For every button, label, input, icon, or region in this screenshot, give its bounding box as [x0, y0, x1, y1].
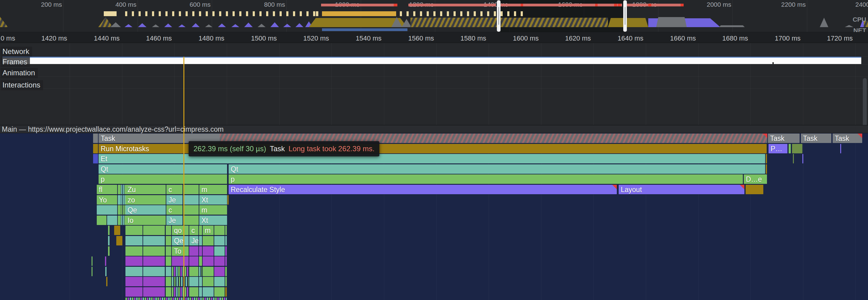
flame-bar[interactable]	[125, 246, 143, 256]
flame-bar[interactable]	[166, 277, 171, 286]
flame-bar-c[interactable]: c	[166, 205, 183, 214]
flame-bar-p-[interactable]: P…	[769, 144, 787, 153]
flame-bar[interactable]	[225, 257, 227, 266]
flame-bar-c[interactable]: c	[189, 226, 198, 235]
flame-bar[interactable]	[105, 257, 106, 266]
track-label-frames[interactable]: Frames	[1, 57, 30, 67]
flame-bar[interactable]	[183, 185, 199, 194]
flame-bar[interactable]	[123, 205, 124, 214]
flame-bar-m[interactable]: m	[203, 226, 214, 235]
flame-bar[interactable]	[143, 246, 165, 256]
main-thread-flame-chart[interactable]: TaskTaskTaskTaskRun MicrotasksP…EtQtQtpp…	[0, 133, 868, 300]
flame-bar[interactable]	[227, 195, 228, 205]
flame-bar-task[interactable]: Task	[801, 134, 831, 143]
flame-bar[interactable]	[183, 195, 199, 205]
vertical-scrollbar-thumb[interactable]	[863, 78, 867, 125]
flame-bar-xt[interactable]: Xt	[199, 215, 227, 225]
flame-bar-yo[interactable]: Yo	[97, 195, 117, 205]
flame-bar[interactable]	[166, 226, 171, 235]
flame-bar[interactable]	[93, 144, 98, 153]
flame-bar[interactable]	[199, 226, 202, 235]
flame-bar-qt[interactable]: Qt	[99, 164, 227, 174]
flame-bar[interactable]	[166, 257, 171, 266]
flame-bar-task[interactable]: Task	[833, 134, 862, 143]
flame-bar[interactable]	[183, 205, 199, 214]
flame-bar[interactable]	[789, 144, 791, 153]
flame-bar[interactable]	[143, 236, 165, 245]
flame-bar[interactable]	[105, 267, 106, 276]
track-label-network[interactable]: Network	[1, 47, 32, 57]
flame-bar[interactable]	[143, 257, 165, 266]
flame-bar-xt[interactable]: Xt	[199, 195, 227, 205]
flame-bar[interactable]	[183, 215, 199, 225]
flame-bar[interactable]	[172, 287, 189, 297]
flame-bar-fl[interactable]: fl	[97, 185, 117, 194]
flame-bar-zu[interactable]: Zu	[125, 185, 166, 194]
flame-bar-je[interactable]: Je	[166, 195, 183, 205]
flame-bar[interactable]	[172, 267, 189, 276]
flame-bar[interactable]	[172, 277, 189, 286]
flame-bar[interactable]	[214, 257, 225, 266]
flame-bar[interactable]	[97, 205, 117, 214]
flame-bar[interactable]	[125, 287, 143, 297]
flame-bar[interactable]	[107, 215, 117, 225]
flame-bar[interactable]	[189, 246, 198, 256]
flame-bar[interactable]	[203, 287, 214, 297]
flame-bar[interactable]	[125, 277, 143, 286]
flame-bar[interactable]	[166, 236, 171, 245]
flame-bar-p[interactable]: p	[228, 174, 743, 184]
flame-bar-qt[interactable]: Qt	[228, 164, 765, 174]
flame-bar[interactable]	[203, 236, 214, 245]
flame-bar-p[interactable]: p	[99, 174, 227, 184]
flame-bar[interactable]	[116, 236, 122, 245]
flame-bar[interactable]	[118, 195, 121, 205]
flame-bar[interactable]	[225, 236, 227, 245]
flame-bar[interactable]	[118, 205, 121, 214]
flame-bar[interactable]	[840, 144, 841, 153]
flame-bar[interactable]	[166, 287, 171, 297]
overview-window-left-handle[interactable]	[497, 0, 500, 32]
flame-bar[interactable]	[203, 277, 214, 286]
flame-bar[interactable]	[766, 154, 767, 163]
flame-bar[interactable]	[766, 164, 767, 174]
flame-bar[interactable]	[106, 277, 107, 286]
flame-bar-m[interactable]: m	[199, 185, 227, 194]
flame-bar-qo[interactable]: qo	[172, 226, 189, 235]
flame-bar-recalculate-style[interactable]: Recalculate Style	[228, 185, 617, 194]
flame-bar[interactable]	[172, 257, 189, 266]
flame-bar-m[interactable]: m	[199, 205, 227, 214]
flame-bar[interactable]	[214, 236, 225, 245]
flame-bar-io[interactable]: Io	[125, 215, 166, 225]
flame-bar[interactable]	[225, 267, 227, 276]
flame-bar[interactable]	[123, 215, 124, 225]
flame-bar[interactable]	[123, 195, 124, 205]
flame-bar[interactable]	[97, 215, 106, 225]
flame-bar[interactable]	[199, 267, 202, 276]
flame-bar[interactable]	[225, 226, 227, 235]
overview-window-right-handle[interactable]	[623, 0, 627, 32]
flame-bar-layout[interactable]: Layout	[619, 185, 744, 194]
flame-bar[interactable]	[108, 246, 110, 256]
flame-bar[interactable]	[123, 185, 124, 194]
flame-bar[interactable]	[114, 226, 120, 235]
flame-bar-d-e[interactable]: D…e	[744, 174, 767, 184]
flame-bar[interactable]	[143, 287, 165, 297]
flame-bar-qe[interactable]: Qe	[172, 236, 189, 245]
flame-bar-zo[interactable]: zo	[125, 195, 166, 205]
flame-bar[interactable]	[121, 205, 122, 214]
flame-bar[interactable]	[189, 287, 198, 297]
flame-bar[interactable]	[108, 236, 110, 245]
flame-bar[interactable]	[143, 277, 165, 286]
flame-bar[interactable]	[189, 257, 198, 266]
flame-bar[interactable]	[143, 267, 165, 276]
flame-bar[interactable]	[92, 257, 92, 266]
track-label-animation[interactable]: Animation	[1, 68, 38, 78]
flame-bar[interactable]	[199, 236, 202, 245]
flame-bar[interactable]	[793, 154, 794, 163]
flame-bar[interactable]	[214, 267, 225, 276]
main-thread-track-header[interactable]: Main — https://www.projectwallace.com/an…	[0, 125, 868, 133]
flame-bar[interactable]	[121, 185, 122, 194]
flame-bar[interactable]	[121, 215, 122, 225]
flame-bar[interactable]	[225, 287, 227, 297]
flame-bar[interactable]	[125, 257, 143, 266]
